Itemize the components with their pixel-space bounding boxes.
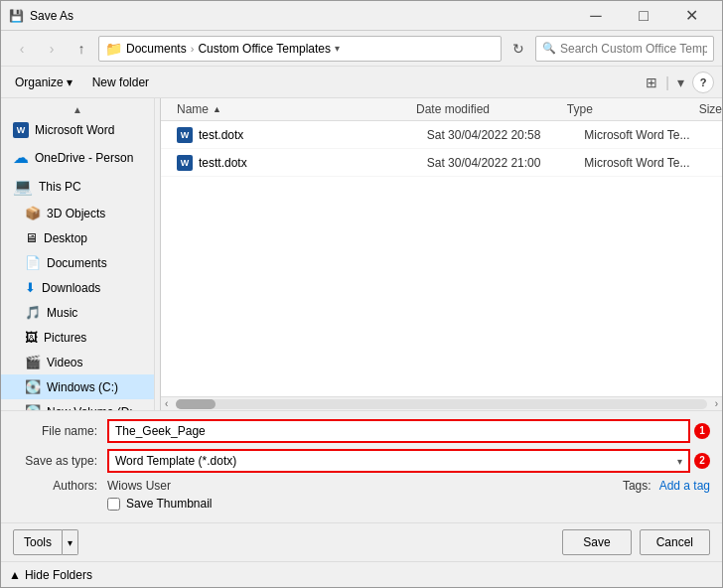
sidebar-item-new-volume[interactable]: 💽 New Volume (D: <box>1 399 154 410</box>
horizontal-scrollbar[interactable]: ‹ › <box>161 396 722 410</box>
sidebar-item-3d-objects[interactable]: 📦 3D Objects <box>1 201 154 225</box>
downloads-icon: ⬇ <box>25 280 36 295</box>
sidebar-item-documents[interactable]: 📄 Documents <box>1 250 154 275</box>
authors-value: Wiows User <box>107 479 171 493</box>
view-toggle-button[interactable]: ⊞ <box>642 73 661 92</box>
search-icon: 🔍 <box>542 42 556 55</box>
breadcrumb-templates[interactable]: Custom Office Templates <box>198 42 331 56</box>
thumbnail-label: Save Thumbnail <box>126 497 213 511</box>
thumbnail-checkbox[interactable] <box>107 498 120 511</box>
save-type-row: Save as type: Word Template (*.dotx) ▾ 2 <box>13 449 710 473</box>
sidebar-label-pictures: Pictures <box>44 331 86 345</box>
toolbar-right: ⊞ | ▾ ? <box>642 72 714 93</box>
view-dropdown-button[interactable]: ▾ <box>673 73 688 92</box>
hide-folders-bar: ▲ Hide Folders <box>1 561 722 587</box>
cancel-button[interactable]: Cancel <box>640 529 710 555</box>
file-name-input[interactable] <box>107 419 690 443</box>
bottom-section: File name: 1 Save as type: Word Template… <box>1 410 722 522</box>
file-date-cell: Sat 30/04/2022 20:58 <box>427 128 585 142</box>
desktop-icon: 🖥 <box>25 230 38 245</box>
file-name-text: test.dotx <box>199 128 243 142</box>
help-button[interactable]: ? <box>692 72 714 93</box>
file-name-label: File name: <box>13 424 107 438</box>
onedrive-icon: ☁ <box>13 148 29 167</box>
sidebar-label-documents: Documents <box>47 256 107 270</box>
file-type-cell: Microsoft Word Te... <box>584 128 722 142</box>
add-tag-link[interactable]: Add a tag <box>659 479 710 493</box>
view-separator: | <box>665 74 669 90</box>
table-row[interactable]: W test.dotx Sat 30/04/2022 20:58 Microso… <box>161 121 722 149</box>
up-button[interactable]: ↑ <box>69 36 94 62</box>
sidebar-item-videos[interactable]: 🎬 Videos <box>1 350 154 374</box>
save-type-dropdown[interactable]: Word Template (*.dotx) ▾ <box>107 449 690 473</box>
organize-button[interactable]: Organize ▾ <box>9 72 78 93</box>
file-type-cell: Microsoft Word Te... <box>584 156 722 170</box>
refresh-button[interactable]: ↻ <box>506 36 531 62</box>
forward-button[interactable]: › <box>39 36 65 62</box>
sidebar-item-onedrive[interactable]: ☁ OneDrive - Person <box>1 143 154 172</box>
this-pc-icon: 💻 <box>13 177 33 196</box>
close-button[interactable]: ✕ <box>668 1 714 31</box>
hide-folders-icon: ▲ <box>9 568 21 582</box>
file-list-body: W test.dotx Sat 30/04/2022 20:58 Microso… <box>161 121 722 396</box>
window-title: Save As <box>30 9 573 23</box>
address-bar: ‹ › ↑ 📁 Documents › Custom Office Templa… <box>1 31 722 67</box>
documents-icon: 📄 <box>25 255 41 270</box>
back-button[interactable]: ‹ <box>9 36 35 62</box>
col-header-type[interactable]: Type <box>567 102 699 116</box>
sidebar-item-music[interactable]: 🎵 Music <box>1 300 154 325</box>
authors-label: Authors: <box>13 479 107 493</box>
toolbar: Organize ▾ New folder ⊞ | ▾ ? <box>1 67 722 98</box>
sidebar-item-microsoft-word[interactable]: W Microsoft Word <box>1 117 154 143</box>
pictures-icon: 🖼 <box>25 330 38 345</box>
h-scroll-thumb <box>176 399 216 409</box>
thumbnail-row: Save Thumbnail <box>13 497 710 511</box>
col-header-date[interactable]: Date modified <box>416 102 567 116</box>
sidebar-scroll-up[interactable]: ▲ <box>1 102 154 117</box>
breadcrumb-separator: › <box>191 43 195 55</box>
maximize-button[interactable]: □ <box>621 1 666 31</box>
file-name-text: testt.dotx <box>199 156 247 170</box>
window-icon: 💾 <box>9 9 24 23</box>
table-row[interactable]: W testt.dotx Sat 30/04/2022 21:00 Micros… <box>161 149 722 177</box>
search-bar: 🔍 <box>535 36 714 62</box>
col-header-name[interactable]: Name ▲ <box>161 102 416 116</box>
new-folder-button[interactable]: New folder <box>86 72 155 93</box>
search-input[interactable] <box>560 42 707 56</box>
main-content: ▲ W Microsoft Word ☁ OneDrive - Person 💻… <box>1 98 722 410</box>
sidebar-item-this-pc[interactable]: 💻 This PC <box>1 172 154 201</box>
sidebar-item-downloads[interactable]: ⬇ Downloads <box>1 275 154 300</box>
sidebar-item-desktop[interactable]: 🖥 Desktop <box>1 225 154 250</box>
sidebar-item-pictures[interactable]: 🖼 Pictures <box>1 325 154 350</box>
hide-folders-button[interactable]: ▲ Hide Folders <box>9 568 92 582</box>
h-scroll-left-button[interactable]: ‹ <box>161 398 172 409</box>
tools-dropdown-button[interactable]: ▾ <box>63 529 78 555</box>
save-as-dialog: 💾 Save As ─ □ ✕ ‹ › ↑ 📁 Documents › Cust… <box>0 0 723 588</box>
tags-label: Tags: <box>623 479 659 493</box>
sidebar-label-this-pc: This PC <box>39 180 81 194</box>
sidebar-label-music: Music <box>47 306 77 320</box>
save-button[interactable]: Save <box>562 529 631 555</box>
new-folder-label: New folder <box>92 75 149 89</box>
file-date-cell: Sat 30/04/2022 21:00 <box>427 156 585 170</box>
breadcrumb: 📁 Documents › Custom Office Templates ▾ <box>98 36 502 62</box>
sidebar-label-microsoft-word: Microsoft Word <box>35 123 114 137</box>
organize-label: Organize <box>15 75 64 89</box>
h-scroll-right-button[interactable]: › <box>711 398 722 409</box>
videos-icon: 🎬 <box>25 355 41 369</box>
sidebar: ▲ W Microsoft Word ☁ OneDrive - Person 💻… <box>1 98 155 410</box>
sidebar-label-desktop: Desktop <box>44 231 87 245</box>
breadcrumb-documents[interactable]: Documents <box>126 42 187 56</box>
sidebar-label-downloads: Downloads <box>42 281 100 295</box>
tools-button[interactable]: Tools <box>13 529 63 555</box>
breadcrumb-dropdown-arrow[interactable]: ▾ <box>335 43 340 54</box>
save-type-value: Word Template (*.dotx) <box>115 454 236 468</box>
sidebar-label-onedrive: OneDrive - Person <box>35 151 133 165</box>
action-row: Tools ▾ Save Cancel <box>1 522 722 561</box>
folder-icon: 📁 <box>105 41 122 57</box>
minimize-button[interactable]: ─ <box>573 1 619 31</box>
col-header-size[interactable]: Size <box>699 102 722 116</box>
3d-objects-icon: 📦 <box>25 206 41 220</box>
window-controls: ─ □ ✕ <box>573 1 714 31</box>
sidebar-item-windows-c[interactable]: 💽 Windows (C:) <box>1 374 154 399</box>
